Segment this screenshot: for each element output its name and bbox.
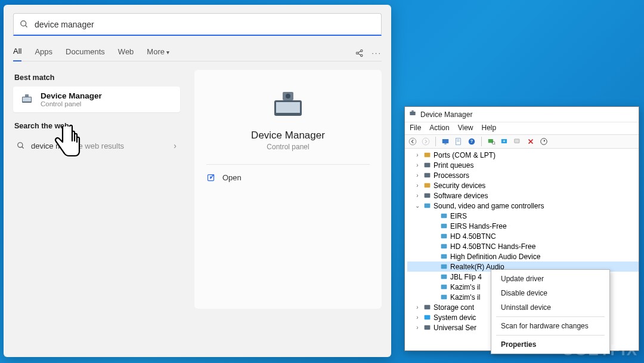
svg-rect-52 (424, 325, 430, 330)
svg-point-21 (422, 138, 429, 145)
tree-row[interactable]: HD 4.50BTNC Hands-Free (407, 241, 639, 251)
web-result[interactable]: device m - See web results › (13, 135, 180, 156)
ctx-disable-device[interactable]: Disable device (493, 286, 608, 300)
open-icon (206, 173, 215, 182)
tree-row[interactable]: ›Security devices (407, 180, 639, 190)
svg-rect-36 (424, 163, 430, 168)
tree-node-icon (439, 293, 448, 302)
computer-icon[interactable] (440, 136, 451, 147)
disable-icon[interactable] (525, 136, 536, 147)
tree-row[interactable]: ›Ports (COM & LPT) (407, 150, 639, 160)
back-icon[interactable] (407, 136, 418, 147)
menu-file[interactable]: File (410, 124, 421, 132)
tree-arrow-icon: › (414, 152, 420, 158)
watermark: UGETFIX (562, 341, 638, 359)
svg-point-15 (286, 94, 290, 99)
search-tabs: All Apps Documents Web More ··· (13, 47, 382, 61)
best-match-subtitle: Control panel (41, 100, 102, 107)
help-icon[interactable]: ? (466, 136, 477, 147)
svg-rect-39 (424, 193, 430, 198)
tab-documents[interactable]: Documents (66, 47, 105, 61)
ctx-scan-hardware[interactable]: Scan for hardware changes (493, 319, 608, 333)
tree-node-icon (439, 263, 448, 271)
device-manager-window: Device Manager File Action View Help ? ›… (404, 106, 639, 351)
tree-label: EIRS Hands-Free (450, 222, 507, 230)
svg-line-17 (211, 175, 214, 178)
tree-row[interactable]: ⌄Sound, video and game controllers (407, 201, 639, 211)
tree-node-icon (423, 161, 431, 170)
best-match-result[interactable]: Device Manager Control panel (13, 87, 180, 112)
tree-row[interactable]: ›Processors (407, 170, 639, 180)
svg-rect-43 (441, 234, 447, 239)
scan-icon[interactable] (486, 136, 497, 147)
tree-label: EIRS (450, 212, 467, 220)
tree-label: Print queues (434, 161, 473, 170)
tree-arrow-icon: › (414, 172, 420, 179)
search-input[interactable] (33, 19, 375, 30)
tree-label: HD 4.50BTNC (450, 232, 496, 241)
tab-more[interactable]: More (147, 47, 169, 61)
enable-icon[interactable] (538, 136, 549, 147)
best-match-label: Best match (14, 73, 180, 82)
dm-menubar: File Action View Help (405, 122, 639, 134)
web-result-suffix: See web results (69, 141, 125, 150)
tree-label: Sound, video and game controllers (434, 202, 544, 210)
tree-node-icon (439, 273, 448, 281)
svg-rect-47 (441, 275, 447, 279)
tab-apps[interactable]: Apps (35, 47, 52, 61)
search-box[interactable] (13, 13, 382, 36)
tree-row[interactable]: ›Software devices (407, 190, 639, 201)
properties-icon[interactable] (453, 136, 464, 147)
forward-icon[interactable] (420, 136, 431, 147)
tree-label: Storage cont (434, 303, 474, 312)
detail-title: Device Manager (251, 130, 325, 141)
tree-label: JBL Flip 4 (450, 273, 482, 281)
more-icon[interactable]: ··· (371, 48, 382, 60)
best-match-title: Device Manager (41, 91, 102, 100)
tree-arrow-icon: ⌄ (414, 202, 420, 209)
tree-arrow-icon: › (414, 192, 420, 199)
ctx-uninstall-device[interactable]: Uninstall device (493, 300, 608, 315)
search-icon (20, 20, 29, 29)
tree-node-icon (423, 202, 431, 210)
share-icon[interactable] (355, 48, 364, 60)
tree-node-icon (423, 303, 431, 312)
tree-row[interactable]: High Definition Audio Device (407, 251, 639, 262)
svg-rect-37 (424, 173, 430, 178)
update-icon[interactable] (499, 136, 510, 147)
svg-rect-40 (424, 204, 430, 208)
menu-help[interactable]: Help (482, 124, 497, 132)
tree-row[interactable]: HD 4.50BTNC (407, 231, 639, 241)
menu-action[interactable]: Action (429, 124, 449, 132)
tree-node-icon (439, 212, 448, 220)
tree-node-icon (439, 283, 448, 291)
open-action[interactable]: Open (206, 173, 242, 182)
svg-rect-19 (411, 110, 414, 112)
svg-line-6 (358, 54, 361, 56)
menu-view[interactable]: View (458, 124, 473, 132)
uninstall-icon[interactable] (512, 136, 523, 147)
svg-rect-23 (444, 144, 447, 144)
tree-row[interactable]: EIRS (407, 211, 639, 221)
tree-label: Processors (434, 171, 469, 180)
dm-titlebar[interactable]: Device Manager (405, 107, 639, 122)
device-manager-icon (19, 92, 35, 107)
open-label: Open (222, 173, 242, 182)
svg-rect-49 (441, 295, 447, 300)
tree-label: Security devices (434, 182, 485, 190)
tree-node-icon (423, 151, 431, 159)
tab-web[interactable]: Web (118, 47, 134, 61)
tree-arrow-icon: › (414, 162, 420, 168)
svg-rect-50 (424, 305, 430, 310)
tree-row[interactable]: ›Print queues (407, 160, 639, 170)
search-web-label: Search the web (14, 122, 180, 130)
svg-rect-46 (441, 264, 447, 269)
tab-all[interactable]: All (13, 47, 21, 61)
ctx-update-driver[interactable]: Update driver (493, 272, 608, 286)
svg-rect-41 (441, 214, 447, 219)
tree-row[interactable]: EIRS Hands-Free (407, 221, 639, 231)
tree-label: Ports (COM & LPT) (434, 151, 496, 159)
tree-node-icon (423, 171, 431, 180)
tree-label: Software devices (434, 192, 488, 200)
svg-point-30 (492, 141, 495, 144)
